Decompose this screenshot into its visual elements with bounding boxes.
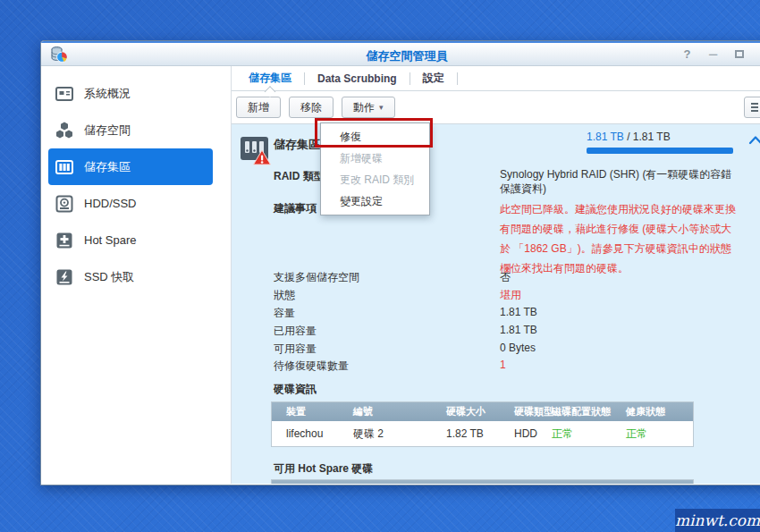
titlebar: 儲存空間管理員 ? ─ ✕ xyxy=(41,41,760,66)
column-header[interactable]: 健康狀態 xyxy=(626,480,695,484)
field-row: 支援多個儲存空間 否 xyxy=(274,270,511,285)
capacity-separator: / xyxy=(624,131,633,143)
raid-type-label: RAID 類型 xyxy=(274,169,325,184)
column-header[interactable]: 裝置 xyxy=(272,402,353,421)
field-row: 容量 1.81 TB xyxy=(274,306,537,321)
maximize-icon[interactable] xyxy=(732,47,746,61)
disk-info-table: 裝置 編號 硬碟大小 硬碟類型 磁碟配置狀態 健康狀態 lifechou 硬碟 … xyxy=(271,401,694,447)
sidebar-item-label: HDD/SSD xyxy=(84,197,137,210)
desktop: 儲存空間管理員 ? ─ ✕ 系統概況 xyxy=(0,0,760,532)
capacity-progress-fill xyxy=(587,148,733,154)
field-row: 已用容量 1.81 TB xyxy=(274,324,537,339)
tab-data-scrubbing[interactable]: Data Scrubbing xyxy=(305,66,410,91)
column-header[interactable]: 硬碟大小 xyxy=(446,480,514,484)
raid-type-value: Synology Hybrid RAID (SHR) (有一顆硬碟的容錯保護資料… xyxy=(500,167,739,196)
help-icon[interactable]: ? xyxy=(680,47,694,61)
column-header[interactable]: 裝置 xyxy=(272,480,353,484)
field-value: 1.81 TB xyxy=(500,306,537,321)
menu-item-change-raid-type: 更改 RAID 類別 xyxy=(321,169,429,190)
storage-pool-panel[interactable]: 儲存集區 1.81 TB / 1.81 TB RAID 類型 Synology … xyxy=(232,124,760,484)
disk-info-title: 硬碟資訊 xyxy=(274,382,317,397)
field-label: 可用容量 xyxy=(274,342,500,357)
field-row: 待修復硬碟數量 1 xyxy=(274,359,506,374)
sidebar-item-hot-spare[interactable]: Hot Spare xyxy=(41,222,231,258)
cell-allocation-status: 正常 xyxy=(552,421,626,446)
hot-spare-table-header: 裝置 編號 硬碟大小 硬碟類型 磁碟配置狀態 健康狀態 xyxy=(272,480,693,484)
list-sort-icon xyxy=(750,101,760,114)
field-row: 狀態 堪用 xyxy=(274,288,521,303)
sidebar-item-storage-pool[interactable]: 儲存集區 xyxy=(48,148,213,185)
field-value: 否 xyxy=(500,270,511,285)
toolbar: 新增 移除 動作 ▾ xyxy=(232,91,760,124)
storage-manager-window: 儲存空間管理員 ? ─ ✕ 系統概況 xyxy=(40,40,760,486)
column-header[interactable]: 硬碟類型 xyxy=(514,402,552,421)
cell-disk-size: 1.82 TB xyxy=(446,421,514,446)
sidebar-item-label: Hot Spare xyxy=(84,233,137,247)
status-badge: 堪用 xyxy=(500,288,521,303)
field-value: 0 Bytes xyxy=(500,342,536,357)
field-label: 支援多個儲存空間 xyxy=(274,270,500,285)
tab-settings[interactable]: 設定 xyxy=(410,66,457,91)
storage-pool-warning-icon xyxy=(239,132,271,166)
cell-device: lifechou xyxy=(272,421,353,446)
window-title: 儲存空間管理員 xyxy=(41,48,760,64)
capacity-progress-bar xyxy=(587,148,733,154)
field-row: 可用容量 0 Bytes xyxy=(274,342,536,357)
field-label: 狀態 xyxy=(274,288,500,303)
volume-icon xyxy=(55,121,74,140)
list-view-button[interactable] xyxy=(744,97,760,118)
content-area: 儲存集區 Data Scrubbing 設定 新增 移除 動作 ▾ xyxy=(232,66,760,484)
add-button[interactable]: 新增 xyxy=(236,97,281,118)
column-header[interactable]: 編號 xyxy=(353,480,446,484)
column-header[interactable]: 磁碟配置狀態 xyxy=(552,402,626,421)
hot-spare-icon xyxy=(55,231,74,250)
tab-separator xyxy=(457,72,458,85)
tab-storage-pool[interactable]: 儲存集區 xyxy=(236,66,304,91)
watermark: minwt.com xyxy=(675,509,760,532)
field-label: 已用容量 xyxy=(274,324,500,339)
menu-item-repair[interactable]: 修復 xyxy=(321,126,429,148)
advice-value: 此空間已降級。建議您使用狀況良好的硬碟來更換有問題的硬碟，藉此進行修復 (硬碟大… xyxy=(500,199,739,278)
sidebar-item-label: SSD 快取 xyxy=(84,269,134,285)
column-header[interactable]: 硬碟大小 xyxy=(446,402,514,421)
action-button[interactable]: 動作 ▾ xyxy=(342,97,395,118)
storage-pool-icon xyxy=(55,157,74,177)
column-header[interactable]: 健康狀態 xyxy=(626,402,695,421)
disk-info-table-header: 裝置 編號 硬碟大小 硬碟類型 磁碟配置狀態 健康狀態 xyxy=(272,402,693,421)
remove-button[interactable]: 移除 xyxy=(289,97,334,118)
hot-spare-table: 裝置 編號 硬碟大小 硬碟類型 磁碟配置狀態 健康狀態 xyxy=(271,479,694,484)
tab-bar: 儲存集區 Data Scrubbing 設定 xyxy=(232,66,760,91)
sidebar-item-system-overview[interactable]: 系統概況 xyxy=(41,75,231,112)
action-button-label: 動作 xyxy=(353,100,375,115)
minimize-icon[interactable]: ─ xyxy=(706,47,720,61)
column-header[interactable]: 硬碟類型 xyxy=(514,480,552,484)
window-controls: ? ─ ✕ xyxy=(680,47,760,61)
capacity-text: 1.81 TB / 1.81 TB xyxy=(587,131,671,143)
hdd-icon xyxy=(55,194,74,214)
capacity-used: 1.81 TB xyxy=(587,131,624,143)
cell-health-status: 正常 xyxy=(626,421,695,446)
capacity-total: 1.81 TB xyxy=(633,131,671,143)
field-value: 1.81 TB xyxy=(500,324,537,339)
sidebar-item-label: 系統概況 xyxy=(84,86,131,102)
table-row[interactable]: lifechou 硬碟 2 1.82 TB HDD 正常 正常 xyxy=(272,421,693,446)
sidebar-item-ssd-cache[interactable]: SSD 快取 xyxy=(41,258,231,295)
column-header[interactable]: 磁碟配置狀態 xyxy=(552,480,626,484)
hot-spare-title: 可用 Hot Spare 硬碟 xyxy=(274,461,373,477)
advice-label: 建議事項 xyxy=(274,201,317,216)
field-value: 1 xyxy=(500,359,506,374)
column-header[interactable]: 編號 xyxy=(353,402,446,421)
menu-item-change-settings[interactable]: 變更設定 xyxy=(321,190,429,212)
chevron-down-icon: ▾ xyxy=(379,103,384,112)
overview-icon xyxy=(55,84,74,104)
cell-disk-type: HDD xyxy=(514,421,552,446)
menu-item-add-disk: 新增硬碟 xyxy=(321,148,429,169)
pool-title: 儲存集區 xyxy=(274,137,320,153)
sidebar-item-hdd-ssd[interactable]: HDD/SSD xyxy=(41,185,231,222)
chevron-up-icon[interactable] xyxy=(748,135,760,145)
action-dropdown-menu: 修復 新增硬碟 更改 RAID 類別 變更設定 xyxy=(320,122,430,215)
ssd-cache-icon xyxy=(55,267,74,287)
sidebar-item-volume[interactable]: 儲存空間 xyxy=(41,112,231,148)
sidebar: 系統概況 儲存空間 xyxy=(41,66,232,484)
cell-disk-number: 硬碟 2 xyxy=(353,421,446,446)
